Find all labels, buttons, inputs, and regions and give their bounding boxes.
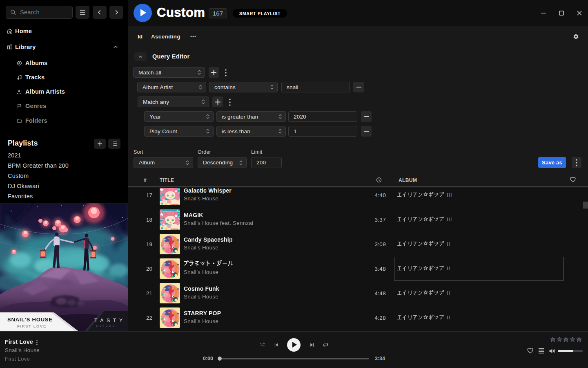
svg-text:I: I <box>448 290 450 296</box>
svg-text:MAGiK☆POP: MAGiK☆POP <box>171 204 180 205</box>
svg-text:I: I <box>448 192 450 198</box>
svg-text:I: I <box>448 241 450 247</box>
svg-text:FIRST LOVE: FIRST LOVE <box>17 324 47 328</box>
svg-text:I: I <box>447 241 448 247</box>
svg-text:MAGiK☆POP: MAGiK☆POP <box>171 228 180 230</box>
svg-text:I: I <box>448 315 450 321</box>
svg-text:I: I <box>450 217 452 222</box>
svg-text:I: I <box>447 315 448 321</box>
svg-text:I: I <box>448 217 450 222</box>
svg-text:I: I <box>450 192 452 198</box>
svg-text:I: I <box>447 217 448 222</box>
svg-text:TASTY: TASTY <box>94 318 126 323</box>
svg-text:I: I <box>447 290 448 296</box>
svg-text:I: I <box>447 192 448 198</box>
svg-text:SNAIL’S HOUSE: SNAIL’S HOUSE <box>7 316 53 323</box>
svg-text:BSTMMXI: BSTMMXI <box>96 325 118 328</box>
